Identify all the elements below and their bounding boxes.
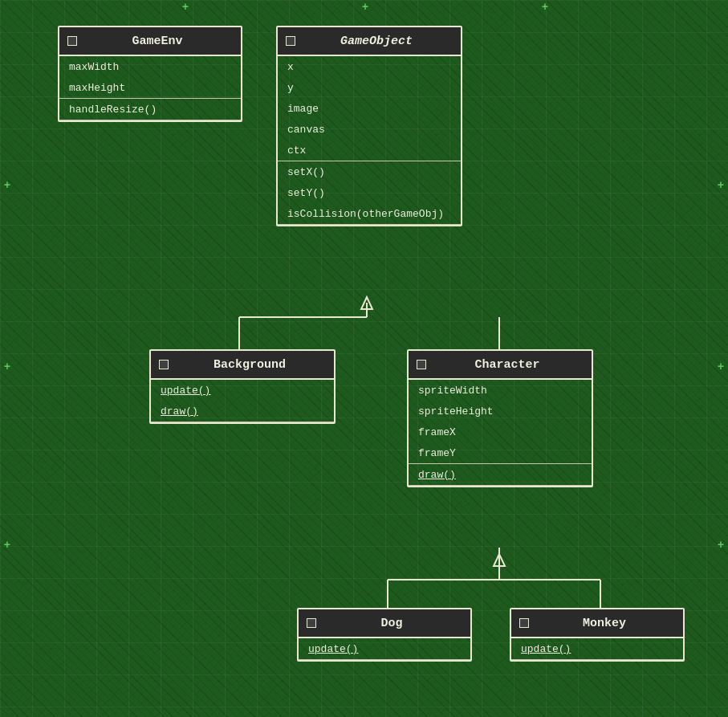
gameobject-attr-canvas: canvas bbox=[278, 119, 461, 140]
gameenv-method-handleresize: handleResize() bbox=[59, 99, 241, 120]
dog-class: Dog update() bbox=[297, 608, 472, 662]
cross-marker-left-bot: + bbox=[2, 540, 13, 551]
cross-marker-right-bot: + bbox=[715, 540, 726, 551]
cross-marker-top-left: + bbox=[180, 2, 191, 13]
dog-methods: update() bbox=[299, 638, 470, 660]
monkey-minimize-icon bbox=[519, 618, 529, 628]
gameenv-header: GameEnv bbox=[59, 27, 241, 56]
background-method-update: update() bbox=[151, 380, 334, 401]
gameenv-attr-maxheight: maxHeight bbox=[59, 77, 241, 98]
character-attributes: spriteWidth spriteHeight frameX frameY bbox=[409, 380, 592, 464]
monkey-title: Monkey bbox=[534, 617, 675, 630]
gameenv-title: GameEnv bbox=[82, 35, 233, 48]
gameobject-attr-x: x bbox=[278, 56, 461, 77]
dog-method-update: update() bbox=[299, 638, 470, 659]
dog-minimize-icon bbox=[307, 618, 316, 628]
character-header: Character bbox=[409, 351, 592, 380]
background-method-draw: draw() bbox=[151, 401, 334, 422]
gameobject-methods: setX() setY() isCollision(otherGameObj) bbox=[278, 161, 461, 225]
character-minimize-icon bbox=[417, 360, 426, 369]
background-header: Background bbox=[151, 351, 334, 380]
gameenv-attr-maxwidth: maxWidth bbox=[59, 56, 241, 77]
gameobject-attr-image: image bbox=[278, 98, 461, 119]
cross-marker-left-top: + bbox=[2, 180, 13, 191]
dog-header: Dog bbox=[299, 609, 470, 638]
monkey-header: Monkey bbox=[511, 609, 683, 638]
gameobject-method-sety: setY() bbox=[278, 182, 461, 203]
monkey-methods: update() bbox=[511, 638, 683, 660]
dog-title: Dog bbox=[321, 617, 462, 630]
gameobject-method-setx: setX() bbox=[278, 161, 461, 182]
background-class: Background update() draw() bbox=[149, 349, 336, 424]
gameobject-class: GameObject x y image canvas ctx setX() s… bbox=[276, 26, 462, 226]
gameobject-attr-ctx: ctx bbox=[278, 140, 461, 161]
background-methods: update() draw() bbox=[151, 380, 334, 422]
gameenv-minimize-icon bbox=[67, 36, 77, 46]
gameenv-attributes: maxWidth maxHeight bbox=[59, 56, 241, 99]
character-method-draw: draw() bbox=[409, 464, 592, 485]
character-attr-spritewidth: spriteWidth bbox=[409, 380, 592, 401]
gameobject-header: GameObject bbox=[278, 27, 461, 56]
character-attr-spriteheight: spriteHeight bbox=[409, 401, 592, 422]
gameobject-attr-y: y bbox=[278, 77, 461, 98]
character-class: Character spriteWidth spriteHeight frame… bbox=[407, 349, 593, 487]
character-methods: draw() bbox=[409, 464, 592, 486]
gameobject-minimize-icon bbox=[286, 36, 295, 46]
character-attr-framex: frameX bbox=[409, 422, 592, 442]
gameobject-attributes: x y image canvas ctx bbox=[278, 56, 461, 161]
gameenv-class: GameEnv maxWidth maxHeight handleResize(… bbox=[58, 26, 242, 122]
monkey-class: Monkey update() bbox=[510, 608, 685, 662]
background-minimize-icon bbox=[159, 360, 169, 369]
cross-marker-left-mid: + bbox=[2, 361, 13, 373]
gameobject-title: GameObject bbox=[300, 35, 453, 48]
gameenv-methods: handleResize() bbox=[59, 99, 241, 120]
cross-marker-right-top: + bbox=[715, 180, 726, 191]
character-title: Character bbox=[431, 358, 584, 372]
background-title: Background bbox=[173, 358, 326, 372]
cross-marker-top-center: + bbox=[360, 2, 371, 13]
cross-marker-top-right: + bbox=[539, 2, 551, 13]
character-attr-framey: frameY bbox=[409, 442, 592, 463]
gameobject-method-iscollision: isCollision(otherGameObj) bbox=[278, 203, 461, 224]
monkey-method-update: update() bbox=[511, 638, 683, 659]
cross-marker-right-mid: + bbox=[715, 361, 726, 373]
